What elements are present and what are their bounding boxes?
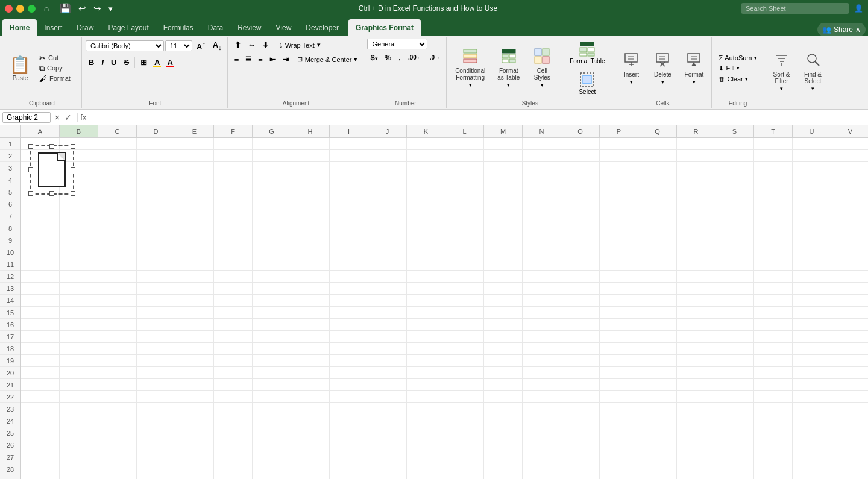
cell-24-14[interactable] [561,415,600,427]
cell-27-15[interactable] [600,451,638,463]
cell-7-21[interactable] [831,210,868,222]
cell-21-0[interactable] [21,379,60,391]
search-sheet-input[interactable] [741,3,849,14]
more-icon[interactable]: ▾ [106,3,115,14]
row-num-4[interactable]: 4 [0,174,20,186]
cell-13-18[interactable] [715,283,754,295]
cell-24-1[interactable] [60,415,98,427]
cell-13-3[interactable] [137,283,175,295]
cell-8-10[interactable] [407,222,445,234]
cell-14-15[interactable] [600,295,638,307]
col-header-p[interactable]: P [600,125,638,137]
cell-26-6[interactable] [253,439,291,451]
handle-mr[interactable] [71,167,75,172]
cell-17-17[interactable] [677,331,715,343]
cell-17-7[interactable] [291,331,330,343]
cell-23-11[interactable] [445,403,484,415]
cell-13-12[interactable] [484,283,523,295]
cell-23-6[interactable] [253,403,291,415]
cell-12-6[interactable] [253,271,291,283]
row-num-2[interactable]: 2 [0,150,20,162]
cell-18-16[interactable] [638,343,677,355]
cell-3-21[interactable] [831,162,868,174]
cell-5-12[interactable] [484,186,523,198]
cell-11-5[interactable] [214,258,253,271]
cell-11-2[interactable] [98,258,137,271]
cell-16-10[interactable] [407,319,445,331]
cell-18-1[interactable] [60,343,98,355]
cell-24-9[interactable] [368,415,407,427]
cell-9-18[interactable] [715,234,754,246]
cell-28-14[interactable] [561,463,600,475]
cell-1-15[interactable] [600,138,638,150]
cell-18-13[interactable] [523,343,561,355]
cell-7-11[interactable] [445,210,484,222]
cell-26-1[interactable] [60,439,98,451]
cell-4-20[interactable] [793,174,831,186]
cell-1-3[interactable] [137,138,175,150]
cell-14-5[interactable] [214,295,253,307]
cell-3-18[interactable] [715,162,754,174]
cell-16-17[interactable] [677,319,715,331]
cell-7-12[interactable] [484,210,523,222]
cell-9-15[interactable] [600,234,638,246]
cell-4-13[interactable] [523,174,561,186]
formula-input[interactable] [91,113,866,122]
cell-11-7[interactable] [291,258,330,271]
cell-16-19[interactable] [754,319,793,331]
cell-21-20[interactable] [793,379,831,391]
cell-6-8[interactable] [330,198,368,210]
cell-13-21[interactable] [831,283,868,295]
cell-18-2[interactable] [98,343,137,355]
cell-24-10[interactable] [407,415,445,427]
col-header-j[interactable]: J [368,125,407,137]
cell-27-17[interactable] [677,451,715,463]
cell-19-12[interactable] [484,355,523,367]
cell-16-16[interactable] [638,319,677,331]
cell-22-3[interactable] [137,391,175,403]
cell-20-21[interactable] [831,367,868,379]
cell-16-1[interactable] [60,319,98,331]
cell-19-0[interactable] [21,355,60,367]
cell-24-6[interactable] [253,415,291,427]
cell-2-15[interactable] [600,150,638,162]
cell-15-16[interactable] [638,307,677,319]
percent-button[interactable]: % [382,51,395,64]
cell-17-10[interactable] [407,331,445,343]
cell-7-14[interactable] [561,210,600,222]
cell-10-19[interactable] [754,246,793,258]
cell-23-12[interactable] [484,403,523,415]
cell-3-2[interactable] [98,162,137,174]
cell-10-3[interactable] [137,246,175,258]
cell-12-15[interactable] [600,271,638,283]
col-header-q[interactable]: Q [638,125,677,137]
cell-17-9[interactable] [368,331,407,343]
cell-15-8[interactable] [330,307,368,319]
cell-12-14[interactable] [561,271,600,283]
cell-24-21[interactable] [831,415,868,427]
cell-29-4[interactable] [175,475,214,479]
merge-center-button[interactable]: ⊡ Merge & Center ▾ [294,53,361,66]
cell-23-13[interactable] [523,403,561,415]
cell-21-16[interactable] [638,379,677,391]
cell-16-3[interactable] [137,319,175,331]
cell-15-15[interactable] [600,307,638,319]
cell-22-1[interactable] [60,391,98,403]
cell-26-16[interactable] [638,439,677,451]
cell-2-20[interactable] [793,150,831,162]
cell-4-8[interactable] [330,174,368,186]
col-header-i[interactable]: I [330,125,368,137]
cell-1-7[interactable] [291,138,330,150]
cell-14-12[interactable] [484,295,523,307]
cell-28-12[interactable] [484,463,523,475]
cell-22-4[interactable] [175,391,214,403]
cell-23-9[interactable] [368,403,407,415]
cell-17-6[interactable] [253,331,291,343]
cell-10-12[interactable] [484,246,523,258]
cell-26-0[interactable] [21,439,60,451]
cell-7-20[interactable] [793,210,831,222]
cell-4-3[interactable] [137,174,175,186]
cell-17-12[interactable] [484,331,523,343]
maximize-button[interactable] [28,5,36,13]
cell-2-17[interactable] [677,150,715,162]
